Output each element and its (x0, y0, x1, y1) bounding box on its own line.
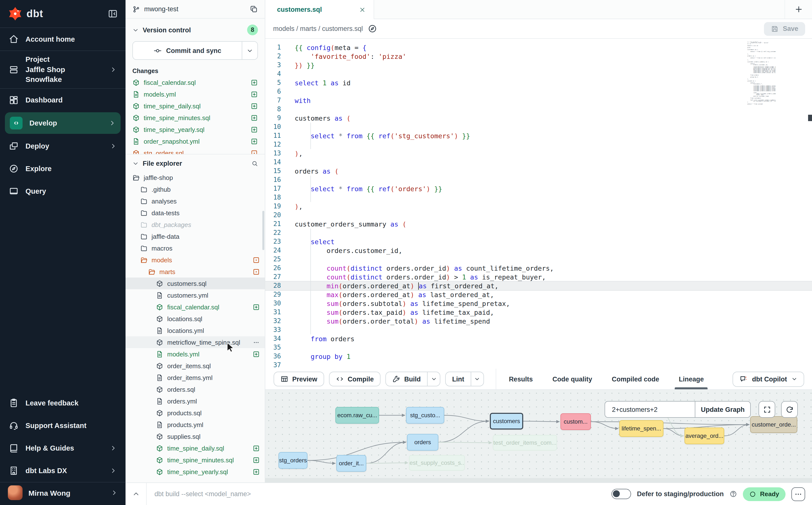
lineage-node-lifetime[interactable]: lifetime_spen... (619, 420, 663, 437)
sidebar-item-deploy[interactable]: Deploy (0, 135, 126, 157)
tab-lineage[interactable]: Lineage (679, 369, 704, 389)
editor-scrollbar[interactable] (808, 115, 812, 121)
status-badge[interactable]: Ready (743, 487, 786, 501)
code-line-37[interactable]: 37 (265, 361, 812, 369)
copy-icon[interactable] (250, 5, 258, 13)
sidebar-item-help-guides[interactable]: Help & Guides (0, 437, 126, 459)
code-line-13[interactable]: 13), (265, 149, 812, 158)
code-line-29[interactable]: 29 max(orders.ordered_at) as last_ordere… (265, 290, 812, 299)
modified-dot-icon[interactable] (251, 149, 258, 154)
file-tree-item-customers-sql[interactable]: customers.sql (126, 278, 265, 289)
sidebar-item-explore[interactable]: Explore (0, 157, 126, 180)
code-line-21[interactable]: 21customer_orders_summary as ( (265, 220, 812, 228)
commit-options-button[interactable] (242, 42, 258, 59)
file-tree-item-order-items-yml[interactable]: order_items.yml (126, 372, 265, 383)
code-line-26[interactable]: 26 count(distinct orders.order_id) as co… (265, 264, 812, 273)
tab-code-quality[interactable]: Code quality (552, 369, 592, 389)
code-line-35[interactable]: 35 (265, 343, 812, 352)
change-row[interactable]: time_spine_minutes.sql (126, 112, 265, 124)
code-line-6[interactable]: 6 (265, 87, 812, 96)
branch-row[interactable]: mwong-test (126, 0, 265, 19)
build-button[interactable]: Build (386, 372, 441, 386)
stage-plus-icon[interactable] (251, 114, 258, 121)
stage-plus-icon[interactable] (251, 138, 258, 145)
dbt-copilot-button[interactable]: dbt Copilot (733, 371, 804, 386)
code-editor[interactable]: 1{{ config(meta = {2 'favorite_food': 'p… (265, 39, 812, 369)
code-line-18[interactable]: 18 (265, 193, 812, 202)
tab-customers-sql[interactable]: customers.sql (265, 0, 374, 19)
lineage-node-ecom[interactable]: ecom.raw_cu... (335, 407, 379, 424)
file-tree-item-marts[interactable]: marts (126, 266, 265, 278)
version-control-header[interactable]: Version control 8 (126, 19, 265, 39)
code-line-31[interactable]: 31 sum(orders.tax_paid) as lifetime_tax_… (265, 308, 812, 317)
code-line-1[interactable]: 1{{ config(meta = { (265, 43, 812, 52)
file-tree-item-supplies-sql[interactable]: supplies.sql (126, 431, 265, 442)
code-line-17[interactable]: 17 select * from {{ ref('orders') }} (265, 184, 812, 193)
lineage-node-orders[interactable]: orders (407, 434, 438, 451)
code-line-34[interactable]: 34 from orders (265, 334, 812, 343)
code-line-8[interactable]: 8 (265, 105, 812, 114)
tab-results[interactable]: Results (509, 369, 533, 389)
code-line-16[interactable]: 16 (265, 176, 812, 184)
refresh-graph-button[interactable] (781, 401, 798, 418)
file-tree-item-dbt-packages[interactable]: dbt_packages (126, 219, 265, 230)
code-line-7[interactable]: 7with (265, 96, 812, 105)
lineage-node-average[interactable]: average_ord... (684, 428, 724, 444)
file-tree-item-order-items-sql[interactable]: order_items.sql (126, 360, 265, 372)
change-row[interactable]: time_spine_daily.sql (126, 100, 265, 112)
stage-plus-icon[interactable] (251, 126, 258, 133)
code-line-28[interactable]: 28 min(orders.ordered_at) as first_order… (265, 282, 812, 290)
new-tab-button[interactable] (785, 0, 812, 19)
file-options-icon[interactable] (253, 339, 260, 346)
code-line-3[interactable]: 3}) }} (265, 61, 812, 69)
sidebar-item-query[interactable]: Query (0, 180, 126, 202)
lineage-node-testsc[interactable]: test_supply_costs_s... (409, 455, 465, 471)
lineage-node-stgc[interactable]: stg_custo... (406, 407, 444, 424)
stage-plus-icon[interactable] (251, 102, 258, 110)
file-tree-item-jaffle-data[interactable]: jaffle-data (126, 230, 265, 242)
save-button[interactable]: Save (764, 22, 805, 35)
code-line-5[interactable]: 5select 1 as id (265, 78, 812, 87)
code-line-32[interactable]: 32 sum(orders.order_total) as lifetime_s… (265, 317, 812, 326)
compile-button[interactable]: Compile (329, 372, 381, 386)
sidebar-item-leave-feedback[interactable]: Leave feedback (0, 392, 126, 414)
tab-compiled-code[interactable]: Compiled code (612, 369, 659, 389)
more-options-button[interactable] (791, 487, 805, 501)
code-line-10[interactable]: 10 (265, 123, 812, 131)
file-tree-item-orders-sql[interactable]: orders.sql (126, 383, 265, 395)
sidebar-item-dbt-labs-dx[interactable]: dbt Labs DX (0, 459, 126, 482)
change-row[interactable]: models.yml (126, 88, 265, 100)
file-tree-item-metricflow-time-spine-sql[interactable]: metricflow_time_spine.sql (126, 336, 265, 348)
sidebar-item-develop[interactable]: Develop (5, 112, 121, 134)
file-tree-item-products-sql[interactable]: products.sql (126, 407, 265, 419)
code-line-25[interactable]: 25 (265, 255, 812, 264)
code-line-36[interactable]: 36 group by 1 (265, 352, 812, 361)
collapse-panel-button[interactable] (126, 483, 146, 505)
code-line-4[interactable]: 4 (265, 69, 812, 78)
code-line-11[interactable]: 11 select * from {{ ref('stg_customers')… (265, 131, 812, 140)
code-line-23[interactable]: 23 select (265, 237, 812, 246)
lineage-node-custom[interactable]: custom... (560, 413, 591, 430)
sidebar-item-dashboard[interactable]: Dashboard (0, 89, 126, 111)
stage-plus-icon[interactable] (251, 79, 258, 86)
file-tree-item-jaffle-shop[interactable]: jaffle-shop (126, 172, 265, 183)
preview-button[interactable]: Preview (274, 372, 324, 386)
code-line-30[interactable]: 30 sum(orders.subtotal) as lifetime_spen… (265, 299, 812, 308)
file-tree-item-fiscal-calendar-sql[interactable]: fiscal_calendar.sql (126, 301, 265, 313)
change-row[interactable]: fiscal_calendar.sql (126, 76, 265, 88)
code-line-24[interactable]: 24 orders.customer_id, (265, 246, 812, 255)
file-tree-item-macros[interactable]: macros (126, 242, 265, 254)
file-tree-item-models[interactable]: models (126, 254, 265, 266)
code-line-33[interactable]: 33 (265, 326, 812, 334)
help-circle-icon[interactable] (729, 490, 737, 498)
sidebar-collapse-icon[interactable] (108, 9, 118, 19)
file-tree-scrollbar[interactable] (262, 211, 264, 250)
file-tree-item-locations-sql[interactable]: locations.sql (126, 313, 265, 325)
file-tree-item-time-spine-daily-sql[interactable]: time_spine_daily.sql (126, 442, 265, 454)
update-graph-button[interactable]: Update Graph (695, 401, 750, 417)
defer-toggle[interactable] (612, 489, 631, 499)
stage-plus-icon[interactable] (251, 91, 258, 98)
lineage-node-testoi[interactable]: test_order_items_com... (493, 435, 557, 451)
lineage-canvas[interactable]: 2+customers+2 Update Graph ecom.raw_cu..… (265, 390, 812, 482)
sidebar-item-account-home[interactable]: Account home (0, 28, 126, 50)
